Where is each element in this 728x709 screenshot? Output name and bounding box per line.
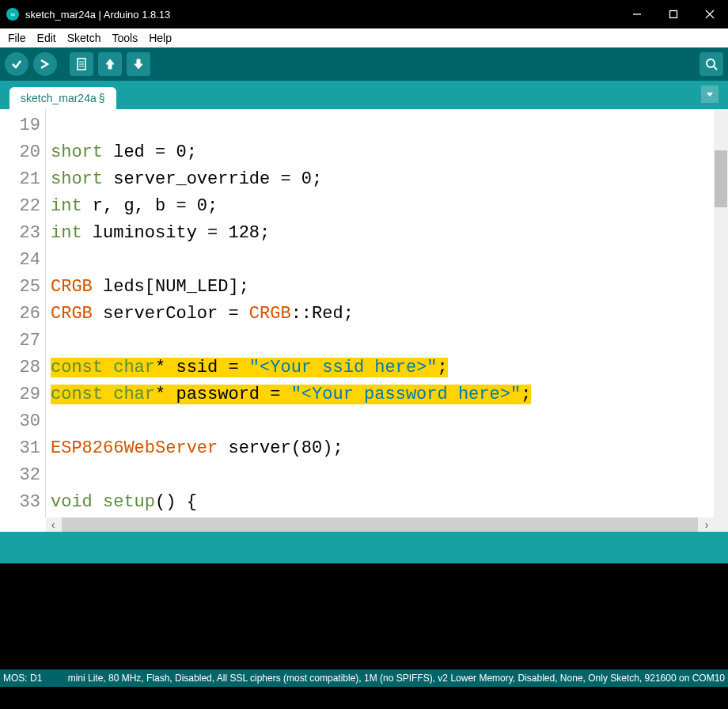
svg-rect-1 <box>670 11 677 18</box>
arduino-app-icon: ∞ <box>6 8 19 21</box>
code-area[interactable]: short led = 0;short server_override = 0;… <box>46 109 714 518</box>
menu-edit[interactable]: Edit <box>32 30 61 46</box>
statusbar: MOS: D1 mini Lite, 80 MHz, Flash, Disabl… <box>0 669 728 687</box>
status-left: MOS: D1 <box>3 673 42 684</box>
code-editor[interactable]: 192021222324252627282930313233 short led… <box>0 109 728 518</box>
tabs-row: sketch_mar24a § <box>0 81 728 109</box>
svg-marker-9 <box>135 59 142 69</box>
titlebar: ∞ sketch_mar24a | Arduino 1.8.13 <box>0 0 728 28</box>
tab-menu-button[interactable] <box>701 85 719 103</box>
open-sketch-button[interactable] <box>98 52 122 76</box>
tab-label: sketch_mar24a <box>21 92 97 104</box>
svg-marker-8 <box>106 59 114 69</box>
status-right: mini Lite, 80 MHz, Flash, Disabled, All … <box>68 673 725 684</box>
hscroll-left-arrow[interactable]: ‹ <box>46 518 60 532</box>
svg-line-11 <box>714 66 717 70</box>
close-button[interactable] <box>692 0 728 28</box>
vertical-scrollbar[interactable] <box>714 109 728 518</box>
menubar: File Edit Sketch Tools Help <box>0 28 728 47</box>
menu-tools[interactable]: Tools <box>108 30 143 46</box>
minimize-button[interactable] <box>619 0 655 28</box>
line-gutter: 192021222324252627282930313233 <box>0 109 46 518</box>
console-output[interactable] <box>0 563 728 669</box>
menu-sketch[interactable]: Sketch <box>63 30 106 46</box>
message-area <box>0 532 728 563</box>
svg-marker-12 <box>707 93 713 97</box>
menu-help[interactable]: Help <box>144 30 176 46</box>
vertical-scroll-thumb[interactable] <box>715 150 727 207</box>
tab-modified-indicator: § <box>99 92 105 104</box>
save-sketch-button[interactable] <box>127 52 150 76</box>
hscroll-right-arrow[interactable]: › <box>700 518 714 532</box>
maximize-button[interactable] <box>655 0 692 28</box>
serial-monitor-button[interactable] <box>700 52 723 76</box>
verify-button[interactable] <box>5 52 28 76</box>
horizontal-scrollbar[interactable]: ‹ › <box>0 518 728 532</box>
hscroll-track[interactable] <box>62 518 698 532</box>
upload-button[interactable] <box>33 52 57 76</box>
svg-point-10 <box>707 59 715 67</box>
sketch-tab[interactable]: sketch_mar24a § <box>9 87 116 109</box>
toolbar <box>0 47 728 81</box>
window-title: sketch_mar24a | Arduino 1.8.13 <box>25 9 170 21</box>
new-sketch-button[interactable] <box>70 52 93 76</box>
menu-file[interactable]: File <box>3 30 31 46</box>
